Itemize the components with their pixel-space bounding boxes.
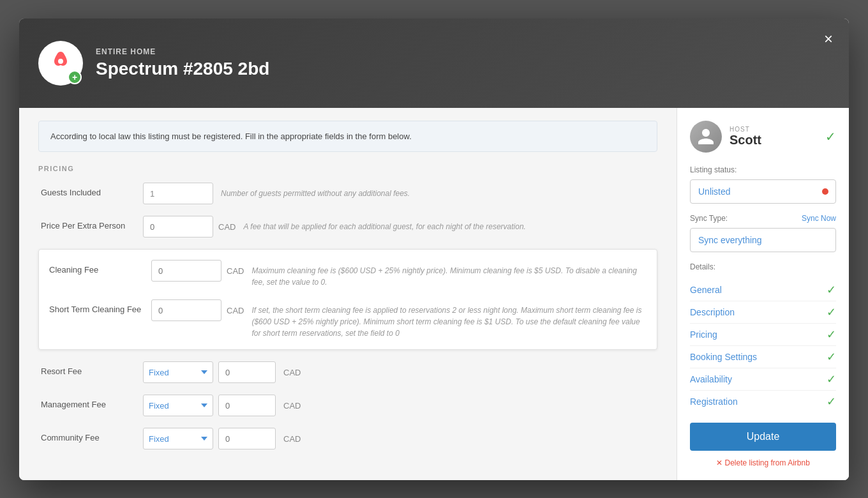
short-term-cleaning-fee-hint: If set, the short term cleaning fee is a…: [251, 299, 647, 339]
resort-fee-controls: Fixed Percentage CAD: [143, 361, 301, 383]
resort-fee-select[interactable]: Fixed Percentage: [143, 361, 213, 383]
booking-settings-check-icon: ✓: [827, 350, 836, 364]
guests-included-label: Guests Included: [41, 183, 143, 197]
resort-fee-label: Resort Fee: [41, 361, 143, 376]
host-tag: HOST: [730, 126, 825, 133]
host-avatar: [690, 121, 722, 153]
cleaning-fee-label: Cleaning Fee: [49, 260, 151, 275]
sync-now-button[interactable]: Sync Now: [802, 214, 836, 223]
detail-item-general: General ✓: [690, 279, 836, 301]
management-fee-input[interactable]: [218, 395, 276, 416]
cleaning-fee-input[interactable]: [151, 260, 221, 282]
community-fee-row: Community Fee Fixed Percentage CAD: [38, 428, 657, 449]
resort-fee-input[interactable]: [218, 361, 276, 383]
detail-item-description: Description ✓: [690, 301, 836, 324]
modal-body: According to local law this listing must…: [19, 108, 849, 480]
pricing-section-label: PRICING: [38, 165, 657, 172]
management-fee-currency: CAD: [283, 401, 301, 411]
listing-status-wrap: Unlisted Listed: [690, 179, 836, 204]
detail-link-description[interactable]: Description: [690, 307, 827, 317]
sync-type-label: Sync Type:: [690, 214, 728, 223]
listing-status-label: Listing status:: [690, 165, 836, 174]
sync-type-select[interactable]: Sync everything Pricing only Availabilit…: [690, 228, 836, 252]
community-fee-controls: Fixed Percentage CAD: [143, 428, 301, 449]
guests-included-input[interactable]: [143, 183, 213, 204]
header-subtitle: Entire Home: [96, 47, 269, 56]
info-banner-text: According to local law this listing must…: [50, 132, 412, 141]
modal-container: + Entire Home Spectrum #2805 2bd × Accor…: [19, 19, 849, 480]
community-fee-label: Community Fee: [41, 428, 143, 442]
short-term-cleaning-fee-control: CAD: [151, 299, 244, 321]
price-extra-person-control: CAD: [143, 216, 236, 238]
svg-point-0: [58, 59, 63, 64]
description-check-icon: ✓: [827, 305, 836, 319]
short-term-cleaning-fee-row: Short Term Cleaning Fee CAD If set, the …: [41, 299, 654, 339]
general-check-icon: ✓: [827, 283, 836, 297]
header-text: Entire Home Spectrum #2805 2bd: [96, 47, 269, 79]
management-fee-select[interactable]: Fixed Percentage: [143, 395, 213, 416]
management-fee-row: Management Fee Fixed Percentage CAD: [38, 395, 657, 416]
price-extra-person-currency: CAD: [218, 222, 236, 232]
host-section: HOST Scott ✓: [690, 121, 836, 153]
price-extra-person-input[interactable]: [143, 216, 213, 238]
detail-item-availability: Availability ✓: [690, 368, 836, 391]
close-button[interactable]: ×: [821, 28, 836, 50]
detail-link-booking-settings[interactable]: Booking Settings: [690, 352, 827, 362]
cleaning-fee-row: Cleaning Fee CAD Maximum cleaning fee is…: [41, 260, 654, 288]
host-verified-icon: ✓: [825, 129, 836, 144]
resort-fee-row: Resort Fee Fixed Percentage CAD: [38, 361, 657, 383]
short-term-cleaning-fee-input[interactable]: [151, 299, 221, 321]
pricing-check-icon: ✓: [827, 328, 836, 342]
detail-item-registration: Registration ✓: [690, 391, 836, 412]
detail-item-pricing: Pricing ✓: [690, 324, 836, 346]
host-name: Scott: [730, 133, 825, 147]
host-info: HOST Scott: [730, 126, 825, 147]
info-banner: According to local law this listing must…: [38, 121, 657, 153]
sidebar: HOST Scott ✓ Listing status: Unlisted Li…: [677, 108, 849, 480]
cleaning-fee-section: Cleaning Fee CAD Maximum cleaning fee is…: [38, 249, 657, 350]
short-term-cleaning-fee-currency: CAD: [227, 306, 244, 315]
availability-check-icon: ✓: [827, 372, 836, 386]
community-fee-currency: CAD: [283, 434, 301, 444]
detail-link-registration[interactable]: Registration: [690, 396, 827, 407]
modal-header: + Entire Home Spectrum #2805 2bd ×: [19, 19, 849, 108]
detail-link-general[interactable]: General: [690, 285, 827, 295]
management-fee-label: Management Fee: [41, 395, 143, 409]
header-title: Spectrum #2805 2bd: [96, 59, 269, 79]
guests-included-row: Guests Included Number of guests permitt…: [38, 183, 657, 204]
sync-badge: +: [68, 70, 82, 84]
price-extra-person-label: Price Per Extra Person: [41, 216, 143, 230]
management-fee-controls: Fixed Percentage CAD: [143, 395, 301, 416]
details-label: Details:: [690, 262, 836, 271]
sync-type-header: Sync Type: Sync Now: [690, 214, 836, 223]
community-fee-input[interactable]: [218, 428, 276, 449]
short-term-cleaning-fee-label: Short Term Cleaning Fee: [49, 299, 151, 314]
main-content: According to local law this listing must…: [19, 108, 677, 480]
community-fee-select[interactable]: Fixed Percentage: [143, 428, 213, 449]
detail-link-pricing[interactable]: Pricing: [690, 329, 827, 340]
update-button[interactable]: Update: [690, 423, 836, 451]
cleaning-fee-currency: CAD: [227, 266, 244, 276]
airbnb-logo: +: [38, 41, 83, 86]
cleaning-fee-control: CAD: [151, 260, 244, 282]
price-extra-person-hint: A fee that will be applied for each addi…: [243, 216, 655, 232]
detail-item-booking-settings: Booking Settings ✓: [690, 346, 836, 368]
cleaning-fee-hint: Maximum cleaning fee is ($600 USD + 25% …: [251, 260, 647, 288]
price-extra-person-row: Price Per Extra Person CAD A fee that wi…: [38, 216, 657, 238]
resort-fee-currency: CAD: [283, 368, 301, 377]
guests-included-hint: Number of guests permitted without any a…: [221, 183, 655, 199]
registration-check-icon: ✓: [827, 395, 836, 409]
detail-link-availability[interactable]: Availability: [690, 374, 827, 384]
delete-listing-link[interactable]: Delete listing from Airbnb: [690, 458, 836, 467]
guests-included-control: [143, 183, 213, 204]
listing-status-select[interactable]: Unlisted Listed: [690, 179, 836, 204]
